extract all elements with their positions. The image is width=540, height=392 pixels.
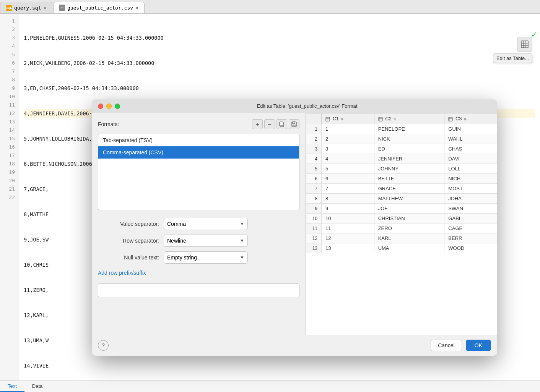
cell-7-2[interactable]: JOHA — [444, 194, 497, 204]
cell-0-1[interactable]: PENELOPE — [374, 124, 444, 134]
line-num-12: 12 — [0, 109, 15, 118]
save-format-button[interactable] — [289, 119, 299, 129]
svg-rect-6 — [280, 122, 283, 126]
value-separator-select[interactable]: Comma ▼ — [164, 218, 248, 230]
toolbar-buttons: + − — [252, 119, 299, 129]
cell-3-2[interactable]: DAVI — [444, 154, 497, 164]
cell-2-0[interactable]: 3 — [322, 144, 374, 154]
preview-input[interactable] — [98, 283, 299, 297]
cancel-button[interactable]: Cancel — [431, 340, 462, 351]
tab-bar: SQL query.sql × ≡ guest_public_actor.csv… — [0, 0, 540, 14]
help-button[interactable]: ? — [98, 340, 109, 351]
table-row: 77GRACEMOST — [306, 184, 497, 194]
line-num-5: 5 — [0, 50, 15, 59]
cell-9-0[interactable]: 10 — [322, 214, 374, 224]
cell-11-2[interactable]: BERR — [444, 233, 497, 243]
table-row: 66BETTENICH — [306, 174, 497, 184]
cell-6-0[interactable]: 7 — [322, 184, 374, 194]
cell-8-0[interactable]: 9 — [322, 204, 374, 214]
cell-1-1[interactable]: NICK — [374, 134, 444, 144]
dialog-left-panel: Formats: + − — [92, 113, 306, 335]
cell-3-0[interactable]: 4 — [322, 154, 374, 164]
traffic-light-close[interactable] — [98, 104, 103, 109]
cell-12-1[interactable]: UMA — [374, 243, 444, 253]
table-row: 11PENELOPEGUIN — [306, 124, 497, 134]
cell-5-0[interactable]: 6 — [322, 174, 374, 184]
cell-7-0[interactable]: 8 — [322, 194, 374, 204]
bottom-tab-data[interactable]: Data — [24, 381, 50, 392]
traffic-light-minimize[interactable] — [106, 104, 112, 109]
table-header-c3[interactable]: C3⇅ — [444, 113, 497, 124]
svg-rect-16 — [449, 117, 452, 121]
ok-button[interactable]: OK — [466, 340, 491, 351]
row-num-cell: 8 — [306, 194, 322, 204]
cell-10-0[interactable]: 11 — [322, 224, 374, 233]
cell-12-0[interactable]: 13 — [322, 243, 374, 253]
table-row: 55JOHNNYLOLL — [306, 164, 497, 174]
c2-sort-icon: ⇅ — [393, 117, 396, 121]
value-separator-row: Value separator: Comma ▼ — [98, 218, 299, 230]
cell-0-0[interactable]: 1 — [322, 124, 374, 134]
table-row: 44JENNIFERDAVI — [306, 154, 497, 164]
tab-query-sql[interactable]: SQL query.sql × — [0, 2, 52, 13]
svg-rect-8 — [293, 122, 295, 124]
code-line-2: 2,NICK,WAHLBERG,2006-02-15 04:34:33.0000… — [24, 59, 535, 67]
edit-as-table-container: Edit as Table... — [493, 37, 532, 63]
edit-as-table-label[interactable]: Edit as Table... — [493, 53, 532, 63]
csv-icon: ≡ — [59, 5, 65, 11]
table-row: 1212KARLBERR — [306, 233, 497, 243]
format-tsv[interactable]: Tab-separated (TSV) — [98, 134, 299, 146]
tab-guest-csv[interactable]: ≡ guest_public_actor.csv × — [53, 2, 145, 13]
cell-10-1[interactable]: ZERO — [374, 224, 444, 233]
null-value-text-select[interactable]: Empty string ▼ — [164, 251, 248, 264]
edit-as-table-icon-button[interactable] — [517, 37, 532, 52]
cell-1-0[interactable]: 2 — [322, 134, 374, 144]
table-header-c2[interactable]: C2⇅ — [374, 113, 444, 124]
bottom-tabs: Text Data — [0, 381, 540, 392]
cell-10-2[interactable]: CAGE — [444, 224, 497, 233]
row-num-cell: 7 — [306, 184, 322, 194]
cell-8-2[interactable]: SWAN — [444, 204, 497, 214]
tab-guest-csv-close[interactable]: × — [135, 5, 138, 10]
line-num-8: 8 — [0, 76, 15, 84]
copy-format-button[interactable] — [277, 119, 287, 129]
formats-label: Formats: — [98, 121, 119, 127]
cell-5-1[interactable]: BETTE — [374, 174, 444, 184]
cell-6-1[interactable]: GRACE — [374, 184, 444, 194]
cell-12-2[interactable]: WOOD — [444, 243, 497, 253]
format-csv[interactable]: Comma-separated (CSV) — [98, 146, 299, 159]
cell-5-2[interactable]: NICH — [444, 174, 497, 184]
table-header-c1[interactable]: C1⇅ — [322, 113, 374, 124]
cell-3-1[interactable]: JENNIFER — [374, 154, 444, 164]
cell-4-0[interactable]: 5 — [322, 164, 374, 174]
tab-query-sql-close[interactable]: × — [43, 5, 46, 11]
cell-2-2[interactable]: CHAS — [444, 144, 497, 154]
formats-list: Tab-separated (TSV) Comma-separated (CSV… — [98, 134, 299, 210]
line-num-18: 18 — [0, 160, 15, 168]
cell-9-1[interactable]: CHRISTIAN — [374, 214, 444, 224]
cell-8-1[interactable]: JOE — [374, 204, 444, 214]
tab-query-sql-label: query.sql — [14, 5, 41, 11]
remove-format-button[interactable]: − — [264, 119, 275, 129]
add-format-button[interactable]: + — [252, 119, 263, 129]
cell-9-2[interactable]: GABL — [444, 214, 497, 224]
svg-rect-0 — [521, 41, 528, 48]
line-num-14: 14 — [0, 126, 15, 134]
cell-2-1[interactable]: ED — [374, 144, 444, 154]
traffic-light-zoom[interactable] — [115, 104, 120, 109]
row-separator-value: Newline — [167, 238, 186, 244]
cell-6-2[interactable]: MOST — [444, 184, 497, 194]
cell-4-1[interactable]: JOHNNY — [374, 164, 444, 174]
bottom-tab-text[interactable]: Text — [0, 381, 24, 392]
add-row-prefix-link[interactable]: Add row prefix/suffix — [98, 270, 299, 276]
cell-4-2[interactable]: LOLL — [444, 164, 497, 174]
table-header-row: C1⇅ — [306, 113, 497, 124]
cell-1-2[interactable]: WAHL — [444, 134, 497, 144]
cell-11-0[interactable]: 12 — [322, 233, 374, 243]
row-separator-select[interactable]: Newline ▼ — [164, 235, 248, 247]
cell-7-1[interactable]: MATTHEW — [374, 194, 444, 204]
cell-11-1[interactable]: KARL — [374, 233, 444, 243]
line-num-1: 1 — [0, 17, 15, 25]
cell-0-2[interactable]: GUIN — [444, 124, 497, 134]
dialog-body: Formats: + − — [92, 113, 497, 335]
